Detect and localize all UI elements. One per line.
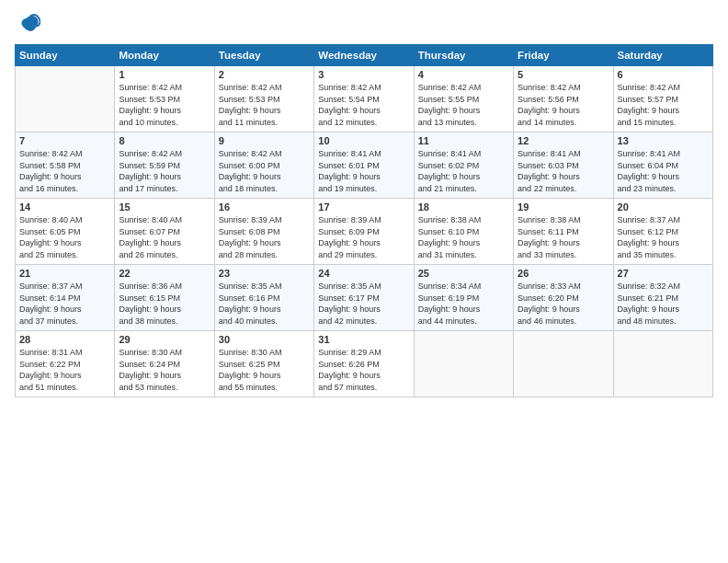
calendar-week-row: 28Sunrise: 8:31 AM Sunset: 6:22 PM Dayli…	[16, 331, 713, 397]
calendar-cell: 26Sunrise: 8:33 AM Sunset: 6:20 PM Dayli…	[514, 265, 613, 331]
day-number: 13	[618, 135, 709, 146]
calendar-cell: 31Sunrise: 8:29 AM Sunset: 6:26 PM Dayli…	[314, 331, 414, 397]
day-info: Sunrise: 8:37 AM Sunset: 6:14 PM Dayligh…	[19, 281, 110, 327]
day-info: Sunrise: 8:29 AM Sunset: 6:26 PM Dayligh…	[318, 347, 409, 393]
day-number: 27	[618, 268, 709, 279]
calendar-cell	[16, 66, 115, 132]
calendar-cell: 23Sunrise: 8:35 AM Sunset: 6:16 PM Dayli…	[214, 265, 313, 331]
day-info: Sunrise: 8:31 AM Sunset: 6:22 PM Dayligh…	[19, 347, 110, 393]
calendar-cell: 30Sunrise: 8:30 AM Sunset: 6:25 PM Dayli…	[214, 331, 313, 397]
day-info: Sunrise: 8:42 AM Sunset: 5:59 PM Dayligh…	[119, 148, 210, 194]
day-number: 4	[418, 69, 509, 80]
day-info: Sunrise: 8:42 AM Sunset: 5:57 PM Dayligh…	[618, 82, 709, 128]
day-number: 5	[518, 69, 609, 80]
day-info: Sunrise: 8:30 AM Sunset: 6:24 PM Dayligh…	[119, 347, 210, 393]
day-of-week-header: Friday	[514, 45, 613, 66]
calendar-body: 1Sunrise: 8:42 AM Sunset: 5:53 PM Daylig…	[16, 66, 713, 397]
day-info: Sunrise: 8:42 AM Sunset: 5:53 PM Dayligh…	[219, 82, 310, 128]
day-number: 25	[418, 268, 509, 279]
calendar-cell: 2Sunrise: 8:42 AM Sunset: 5:53 PM Daylig…	[214, 66, 313, 132]
day-info: Sunrise: 8:42 AM Sunset: 6:00 PM Dayligh…	[219, 148, 310, 194]
day-info: Sunrise: 8:34 AM Sunset: 6:19 PM Dayligh…	[418, 281, 509, 327]
header	[15, 11, 713, 37]
day-number: 30	[219, 334, 310, 345]
day-info: Sunrise: 8:32 AM Sunset: 6:21 PM Dayligh…	[618, 281, 709, 327]
calendar-cell: 4Sunrise: 8:42 AM Sunset: 5:55 PM Daylig…	[414, 66, 513, 132]
day-info: Sunrise: 8:38 AM Sunset: 6:10 PM Dayligh…	[418, 214, 509, 260]
calendar-cell: 27Sunrise: 8:32 AM Sunset: 6:21 PM Dayli…	[613, 265, 712, 331]
calendar-cell: 29Sunrise: 8:30 AM Sunset: 6:24 PM Dayli…	[115, 331, 214, 397]
calendar-cell: 7Sunrise: 8:42 AM Sunset: 5:58 PM Daylig…	[16, 132, 115, 199]
day-info: Sunrise: 8:41 AM Sunset: 6:02 PM Dayligh…	[418, 148, 509, 194]
day-info: Sunrise: 8:39 AM Sunset: 6:08 PM Dayligh…	[219, 214, 310, 260]
calendar-cell: 1Sunrise: 8:42 AM Sunset: 5:53 PM Daylig…	[115, 66, 214, 132]
day-number: 15	[119, 201, 210, 213]
calendar-cell: 8Sunrise: 8:42 AM Sunset: 5:59 PM Daylig…	[115, 132, 214, 199]
day-number: 26	[518, 268, 609, 279]
day-number: 17	[318, 201, 409, 213]
calendar-cell: 24Sunrise: 8:35 AM Sunset: 6:17 PM Dayli…	[314, 265, 414, 331]
day-info: Sunrise: 8:33 AM Sunset: 6:20 PM Dayligh…	[518, 281, 609, 327]
day-number: 3	[318, 69, 409, 80]
calendar-week-row: 1Sunrise: 8:42 AM Sunset: 5:53 PM Daylig…	[16, 66, 713, 132]
calendar-cell: 20Sunrise: 8:37 AM Sunset: 6:12 PM Dayli…	[613, 199, 712, 265]
day-number: 1	[119, 69, 210, 80]
header-row: SundayMondayTuesdayWednesdayThursdayFrid…	[16, 45, 713, 66]
calendar-cell: 9Sunrise: 8:42 AM Sunset: 6:00 PM Daylig…	[214, 132, 313, 199]
day-number: 10	[318, 135, 409, 146]
calendar-cell	[613, 331, 712, 397]
day-info: Sunrise: 8:41 AM Sunset: 6:04 PM Dayligh…	[618, 148, 709, 194]
calendar-cell: 18Sunrise: 8:38 AM Sunset: 6:10 PM Dayli…	[414, 199, 513, 265]
day-info: Sunrise: 8:42 AM Sunset: 5:56 PM Dayligh…	[518, 82, 609, 128]
calendar-header: SundayMondayTuesdayWednesdayThursdayFrid…	[16, 45, 713, 66]
day-of-week-header: Thursday	[414, 45, 513, 66]
calendar-cell: 5Sunrise: 8:42 AM Sunset: 5:56 PM Daylig…	[514, 66, 613, 132]
day-number: 2	[219, 69, 310, 80]
day-number: 18	[418, 201, 509, 213]
page: SundayMondayTuesdayWednesdayThursdayFrid…	[0, 0, 728, 563]
day-of-week-header: Saturday	[613, 45, 712, 66]
day-number: 31	[318, 334, 409, 345]
day-info: Sunrise: 8:38 AM Sunset: 6:11 PM Dayligh…	[518, 214, 609, 260]
day-info: Sunrise: 8:35 AM Sunset: 6:16 PM Dayligh…	[219, 281, 310, 327]
day-number: 21	[19, 268, 110, 279]
day-number: 19	[518, 201, 609, 213]
day-info: Sunrise: 8:41 AM Sunset: 6:01 PM Dayligh…	[318, 148, 409, 194]
calendar-cell: 15Sunrise: 8:40 AM Sunset: 6:07 PM Dayli…	[115, 199, 214, 265]
calendar-cell: 16Sunrise: 8:39 AM Sunset: 6:08 PM Dayli…	[214, 199, 313, 265]
day-of-week-header: Monday	[115, 45, 214, 66]
day-number: 11	[418, 135, 509, 146]
day-info: Sunrise: 8:41 AM Sunset: 6:03 PM Dayligh…	[518, 148, 609, 194]
day-info: Sunrise: 8:39 AM Sunset: 6:09 PM Dayligh…	[318, 214, 409, 260]
calendar-week-row: 7Sunrise: 8:42 AM Sunset: 5:58 PM Daylig…	[16, 132, 713, 199]
calendar-cell: 22Sunrise: 8:36 AM Sunset: 6:15 PM Dayli…	[115, 265, 214, 331]
calendar-cell: 11Sunrise: 8:41 AM Sunset: 6:02 PM Dayli…	[414, 132, 513, 199]
calendar-cell: 12Sunrise: 8:41 AM Sunset: 6:03 PM Dayli…	[514, 132, 613, 199]
day-info: Sunrise: 8:35 AM Sunset: 6:17 PM Dayligh…	[318, 281, 409, 327]
calendar-cell: 28Sunrise: 8:31 AM Sunset: 6:22 PM Dayli…	[16, 331, 115, 397]
day-number: 14	[19, 201, 110, 213]
day-number: 22	[119, 268, 210, 279]
day-of-week-header: Tuesday	[214, 45, 313, 66]
day-number: 12	[518, 135, 609, 146]
day-info: Sunrise: 8:37 AM Sunset: 6:12 PM Dayligh…	[618, 214, 709, 260]
calendar-cell: 17Sunrise: 8:39 AM Sunset: 6:09 PM Dayli…	[314, 199, 414, 265]
calendar-cell: 25Sunrise: 8:34 AM Sunset: 6:19 PM Dayli…	[414, 265, 513, 331]
calendar-cell	[414, 331, 513, 397]
day-info: Sunrise: 8:36 AM Sunset: 6:15 PM Dayligh…	[119, 281, 210, 327]
day-number: 9	[219, 135, 310, 146]
calendar-cell: 14Sunrise: 8:40 AM Sunset: 6:05 PM Dayli…	[16, 199, 115, 265]
calendar-cell	[514, 331, 613, 397]
day-info: Sunrise: 8:40 AM Sunset: 6:05 PM Dayligh…	[19, 214, 110, 260]
calendar-cell: 19Sunrise: 8:38 AM Sunset: 6:11 PM Dayli…	[514, 199, 613, 265]
calendar-cell: 6Sunrise: 8:42 AM Sunset: 5:57 PM Daylig…	[613, 66, 712, 132]
day-info: Sunrise: 8:42 AM Sunset: 5:58 PM Dayligh…	[19, 148, 110, 194]
day-info: Sunrise: 8:42 AM Sunset: 5:54 PM Dayligh…	[318, 82, 409, 128]
logo	[15, 11, 44, 37]
day-info: Sunrise: 8:30 AM Sunset: 6:25 PM Dayligh…	[219, 347, 310, 393]
day-of-week-header: Sunday	[16, 45, 115, 66]
calendar: SundayMondayTuesdayWednesdayThursdayFrid…	[15, 44, 713, 397]
day-info: Sunrise: 8:42 AM Sunset: 5:53 PM Dayligh…	[119, 82, 210, 128]
day-number: 6	[618, 69, 709, 80]
day-number: 7	[19, 135, 110, 146]
